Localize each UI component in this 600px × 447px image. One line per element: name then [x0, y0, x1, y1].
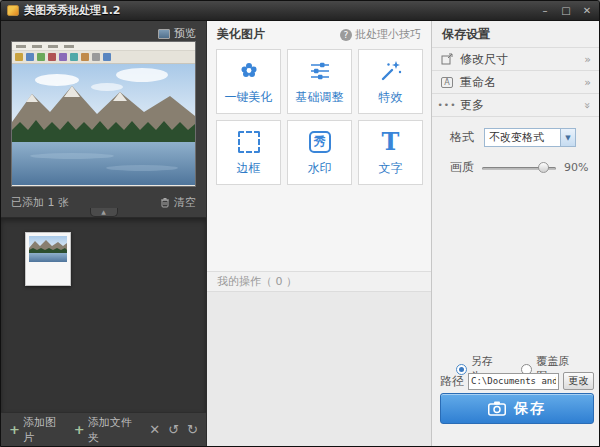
- thumbnail-list: [1, 217, 206, 413]
- preview-image: [11, 41, 196, 187]
- save-button[interactable]: 保存: [440, 393, 594, 424]
- camera-icon: [488, 401, 506, 416]
- thumbnail-item[interactable]: [25, 232, 71, 286]
- operations-label: 我的操作（ 0 ）: [217, 274, 297, 289]
- preview-button-label: 预览: [174, 26, 196, 41]
- preview-button[interactable]: 预览: [158, 26, 196, 41]
- sliders-icon: [308, 58, 332, 84]
- trash-icon: [160, 197, 170, 208]
- quality-label: 画质: [450, 159, 474, 176]
- minimize-icon[interactable]: –: [539, 5, 551, 17]
- add-image-button[interactable]: + 添加图片: [9, 415, 66, 445]
- watermark-glyph: 秀: [309, 131, 331, 153]
- text-glyph: T: [382, 130, 400, 154]
- left-panel: 预览: [1, 21, 206, 446]
- preview-icon: [158, 29, 170, 39]
- tile-label: 水印: [308, 160, 332, 177]
- chevron-right-icon: »: [584, 77, 591, 88]
- frame-icon: [238, 129, 260, 155]
- collapse-arrow-icon[interactable]: ▲: [90, 208, 118, 217]
- tile-text[interactable]: T 文字: [358, 120, 423, 185]
- dropdown-arrow-icon: ▼: [560, 129, 575, 146]
- window-controls: – □ ✕: [539, 5, 593, 17]
- resize-icon: [440, 53, 454, 65]
- plus-icon: +: [9, 425, 20, 435]
- landscape-photo: [12, 64, 195, 185]
- format-select[interactable]: 不改变格式 ▼: [484, 128, 576, 147]
- change-path-button[interactable]: 更改: [563, 372, 594, 390]
- format-row: 格式 不改变格式 ▼: [432, 117, 599, 147]
- tile-basic-adjust[interactable]: 基础调整: [287, 49, 352, 114]
- save-settings-panel: 保存设置 修改尺寸 » A 重命名 » ••• 更多 » 格式 不改变格式: [431, 21, 599, 446]
- path-label: 路径: [440, 373, 464, 390]
- clear-button-label: 清空: [174, 195, 196, 210]
- tips-link-label: 批处理小技巧: [355, 27, 421, 42]
- app-window: 美图秀秀批处理1.2 – □ ✕ 预览: [0, 0, 600, 447]
- tile-label: 一键美化: [225, 89, 273, 106]
- window-title: 美图秀秀批处理1.2: [24, 3, 121, 18]
- tile-label: 边框: [237, 160, 261, 177]
- undo-icon[interactable]: ↺: [168, 422, 179, 437]
- left-toolbar: + 添加图片 + 添加文件夹 ✕ ↺ ↻: [1, 412, 206, 446]
- text-icon: T: [382, 129, 400, 155]
- quality-slider[interactable]: [482, 162, 556, 174]
- operations-list-empty: [207, 291, 431, 446]
- remove-icon[interactable]: ✕: [149, 422, 160, 437]
- format-selected-value: 不改变格式: [489, 130, 544, 145]
- added-count: 已添加 1 张: [11, 195, 69, 210]
- close-icon[interactable]: ✕: [581, 5, 593, 17]
- magic-wand-icon: [379, 58, 403, 84]
- redo-icon[interactable]: ↻: [187, 422, 198, 437]
- titlebar: 美图秀秀批处理1.2 – □ ✕: [1, 1, 599, 21]
- add-folder-label: 添加文件夹: [88, 415, 142, 445]
- tile-watermark[interactable]: 秀 水印: [287, 120, 352, 185]
- add-folder-button[interactable]: + 添加文件夹: [74, 415, 142, 445]
- more-icon: •••: [440, 100, 454, 110]
- beautify-panel: 美化图片 ? 批处理小技巧 一键美化: [206, 21, 431, 446]
- beautify-header: 美化图片 ? 批处理小技巧: [207, 21, 431, 48]
- quality-value: 90%: [564, 161, 588, 174]
- tile-label: 特效: [379, 89, 403, 106]
- resize-section-label: 修改尺寸: [460, 51, 508, 68]
- tile-border[interactable]: 边框: [216, 120, 281, 185]
- tips-link[interactable]: ? 批处理小技巧: [340, 27, 421, 42]
- operations-bar: 我的操作（ 0 ）: [207, 271, 431, 291]
- preview-menubar: [12, 42, 195, 51]
- thumbnail-photo: [29, 236, 67, 262]
- slider-knob[interactable]: [538, 162, 549, 173]
- clear-button[interactable]: 清空: [160, 195, 196, 210]
- chevron-right-icon: »: [584, 54, 591, 65]
- feature-tiles: 一键美化 基础调整: [207, 48, 431, 185]
- save-button-label: 保存: [514, 400, 546, 418]
- add-image-label: 添加图片: [23, 415, 66, 445]
- path-input[interactable]: [468, 373, 559, 390]
- tile-label: 文字: [379, 160, 403, 177]
- save-settings-title: 保存设置: [432, 21, 599, 48]
- resize-section-row[interactable]: 修改尺寸 »: [432, 48, 599, 71]
- app-logo-icon: [7, 5, 19, 16]
- more-section-label: 更多: [460, 97, 484, 114]
- help-icon: ?: [340, 29, 352, 41]
- path-row: 路径 更改: [440, 372, 594, 390]
- plus-icon: +: [74, 425, 85, 435]
- chevron-down-icon: »: [582, 102, 593, 109]
- maximize-icon[interactable]: □: [560, 5, 572, 17]
- rename-icon: A: [440, 77, 454, 88]
- more-section-row[interactable]: ••• 更多 »: [432, 94, 599, 117]
- format-label: 格式: [450, 129, 474, 146]
- watermark-icon: 秀: [309, 129, 331, 155]
- tile-label: 基础调整: [296, 89, 344, 106]
- beautify-title: 美化图片: [217, 26, 265, 43]
- preview-toolbar-icons: [12, 51, 195, 64]
- rename-section-row[interactable]: A 重命名 »: [432, 71, 599, 94]
- rename-section-label: 重命名: [460, 74, 496, 91]
- flower-icon: [237, 58, 261, 84]
- tile-one-click-beautify[interactable]: 一键美化: [216, 49, 281, 114]
- quality-row: 画质 90%: [432, 147, 599, 176]
- tile-effects[interactable]: 特效: [358, 49, 423, 114]
